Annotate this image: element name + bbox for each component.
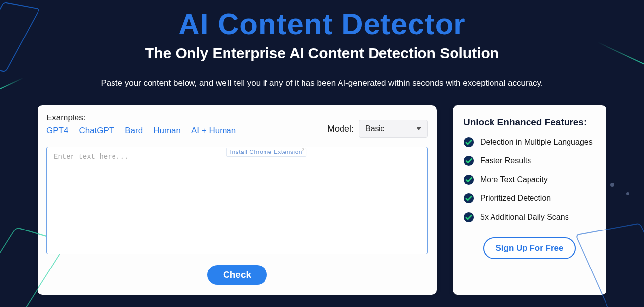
detector-card: Examples: GPT4 ChatGPT Bard Human AI + H… — [38, 105, 437, 295]
feature-label: Prioritized Detection — [480, 194, 551, 203]
page-subtitle: The Only Enterprise AI Content Detection… — [0, 45, 644, 62]
check-circle-icon — [463, 137, 474, 148]
close-icon[interactable]: × — [302, 147, 305, 152]
bg-dot — [610, 183, 614, 187]
bg-dot — [626, 192, 629, 195]
features-card: Unlock Enhanced Features: Detection in M… — [453, 105, 606, 295]
feature-label: 5x Additional Daily Scans — [480, 213, 569, 222]
check-circle-icon — [463, 155, 474, 166]
model-select[interactable]: Basic — [359, 120, 428, 138]
feature-item: More Text Capacity — [463, 174, 596, 185]
chrome-extension-badge[interactable]: Install Chrome Extension × — [226, 148, 306, 157]
example-link-human[interactable]: Human — [153, 126, 181, 136]
example-link-chatgpt[interactable]: ChatGPT — [79, 126, 114, 136]
examples-label: Examples: — [46, 113, 236, 123]
page-title: AI Content Detector — [0, 7, 644, 41]
features-title: Unlock Enhanced Features: — [463, 117, 596, 128]
model-label: Model: — [327, 124, 354, 134]
chrome-extension-label: Install Chrome Extension — [230, 149, 302, 155]
example-link-gpt4[interactable]: GPT4 — [46, 126, 68, 136]
content-textarea[interactable] — [46, 147, 428, 254]
check-circle-icon — [463, 212, 474, 223]
example-link-ai-human[interactable]: AI + Human — [191, 126, 236, 136]
check-circle-icon — [463, 193, 474, 204]
feature-item: Detection in Multiple Languages — [463, 137, 596, 148]
feature-label: Faster Results — [480, 156, 531, 165]
feature-label: More Text Capacity — [480, 175, 548, 184]
check-circle-icon — [463, 174, 474, 185]
page-description: Paste your content below, and we'll tell… — [0, 78, 644, 88]
signup-button[interactable]: Sign Up For Free — [483, 237, 576, 259]
feature-label: Detection in Multiple Languages — [480, 138, 593, 147]
chevron-down-icon — [417, 127, 421, 130]
model-selected-value: Basic — [365, 124, 384, 133]
feature-item: Faster Results — [463, 155, 596, 166]
feature-item: 5x Additional Daily Scans — [463, 212, 596, 223]
example-link-bard[interactable]: Bard — [125, 126, 143, 136]
check-button[interactable]: Check — [207, 265, 267, 285]
feature-item: Prioritized Detection — [463, 193, 596, 204]
example-links: GPT4 ChatGPT Bard Human AI + Human — [46, 126, 236, 136]
